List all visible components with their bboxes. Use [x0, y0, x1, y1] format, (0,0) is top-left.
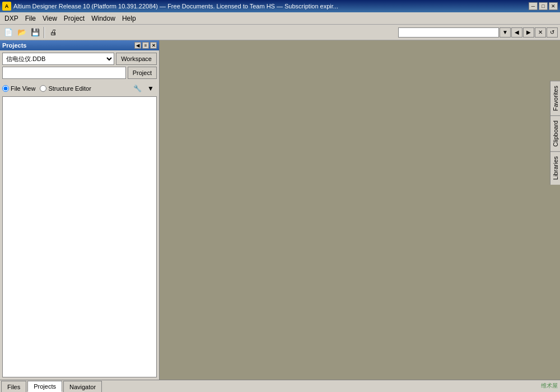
menu-item-window[interactable]: Window — [88, 13, 119, 24]
bottom-tab-navigator[interactable]: Navigator — [63, 381, 102, 392]
project-dropdown[interactable]: 信电位仪.DDB — [2, 53, 114, 65]
structure-editor-radio[interactable] — [40, 85, 46, 92]
left-panel: Projects ◀ ≡ ✕ 信电位仪.DDB Workspace Projec… — [0, 40, 160, 380]
maximize-button[interactable]: □ — [539, 2, 548, 10]
menu-item-project[interactable]: Project — [60, 13, 88, 24]
file-view-label: File View — [11, 85, 35, 92]
nav-stop-btn[interactable]: ✕ — [535, 27, 546, 38]
right-tab-favorites[interactable]: Favorites — [550, 81, 560, 115]
title-bar: A Altium Designer Release 10 (Platform 1… — [0, 0, 560, 12]
menu-item-dxp[interactable]: DXP — [1, 13, 22, 24]
panel-row1: 信电位仪.DDB Workspace — [2, 53, 157, 65]
structure-editor-radio-label[interactable]: Structure Editor — [40, 85, 91, 92]
nav-refresh-btn[interactable]: ↺ — [547, 27, 558, 38]
bottom-tab-projects[interactable]: Projects — [27, 381, 62, 392]
right-tabs: FavoritesClipboardLibraries — [550, 81, 560, 185]
toolbar-separator-1 — [44, 27, 45, 38]
panel-search-input[interactable] — [2, 67, 126, 79]
toolbar: 📄 📂 💾 🖨 ▼ ◀ ▶ ✕ ↺ — [0, 25, 560, 40]
menu-item-file[interactable]: File — [22, 13, 39, 24]
panel-menu-btn[interactable]: ≡ — [142, 42, 149, 49]
file-view-radio-label[interactable]: File View — [2, 85, 35, 92]
panel-header: Projects ◀ ≡ ✕ — [0, 40, 159, 50]
panel-row2: Project — [2, 67, 157, 79]
watermark: 维术屋 — [541, 382, 558, 390]
close-button[interactable]: ✕ — [549, 2, 558, 10]
panel-controls: 信电位仪.DDB Workspace Project — [0, 50, 159, 81]
search-input[interactable] — [398, 27, 499, 38]
panel-pin-btn[interactable]: ◀ — [134, 42, 141, 49]
right-tab-libraries[interactable]: Libraries — [550, 151, 560, 184]
menu-item-view[interactable]: View — [39, 13, 60, 24]
project-button[interactable]: Project — [128, 67, 157, 79]
panel-tool-dropdown-btn[interactable]: ▼ — [144, 82, 157, 95]
menu-bar: DXPFileViewProjectWindowHelp — [0, 12, 560, 25]
panel-radio-row: File View Structure Editor 🔧 ▼ — [0, 81, 159, 96]
title-text: Altium Designer Release 10 (Platform 10.… — [13, 3, 529, 10]
search-box: ▼ ◀ ▶ ✕ ↺ — [398, 27, 558, 38]
print-button[interactable]: 🖨 — [47, 26, 59, 39]
nav-forward-btn[interactable]: ▶ — [523, 27, 534, 38]
search-dropdown-btn[interactable]: ▼ — [500, 27, 511, 38]
minimize-button[interactable]: ─ — [529, 2, 538, 10]
bottom-tab-files[interactable]: Files — [1, 381, 26, 392]
panel-header-icons: ◀ ≡ ✕ — [134, 42, 157, 49]
main-area: Projects ◀ ≡ ✕ 信电位仪.DDB Workspace Projec… — [0, 40, 560, 380]
bottom-bar: FilesProjectsNavigator — [0, 380, 560, 392]
new-button[interactable]: 📄 — [2, 26, 15, 39]
menu-item-help[interactable]: Help — [119, 13, 139, 24]
file-tree[interactable] — [2, 96, 157, 377]
structure-editor-label: Structure Editor — [48, 85, 91, 92]
file-view-radio[interactable] — [2, 85, 9, 92]
panel-tool-icon-btn[interactable]: 🔧 — [131, 82, 143, 95]
panel-close-btn[interactable]: ✕ — [150, 42, 157, 49]
app-icon: A — [2, 2, 11, 11]
title-buttons: ─ □ ✕ — [529, 2, 558, 10]
save-button[interactable]: 💾 — [29, 26, 41, 39]
right-panel — [160, 40, 560, 380]
nav-back-btn[interactable]: ◀ — [511, 27, 522, 38]
panel-title: Projects — [2, 42, 26, 49]
right-tab-clipboard[interactable]: Clipboard — [550, 115, 560, 151]
open-button[interactable]: 📂 — [16, 26, 28, 39]
workspace-button[interactable]: Workspace — [116, 53, 157, 65]
